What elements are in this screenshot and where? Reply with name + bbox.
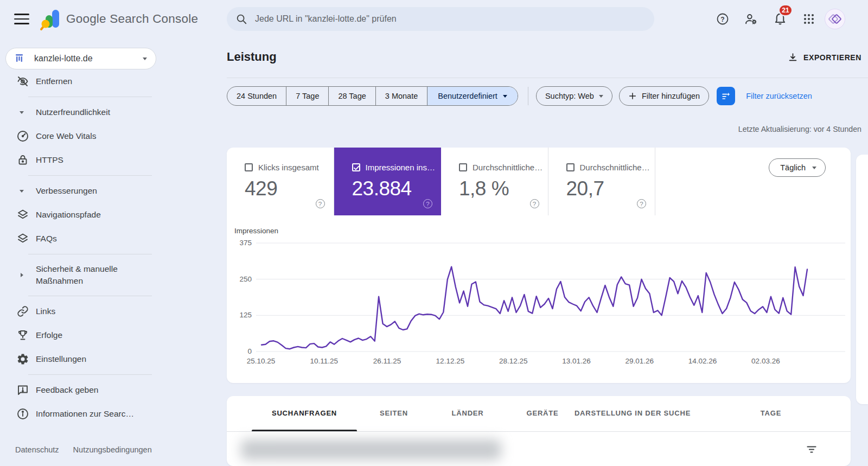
y-tick-label: 0 bbox=[227, 347, 252, 355]
topbar: Google Search Console ? 21 bbox=[0, 0, 868, 38]
sidebar-item-informationen-zur-searc[interactable]: Informationen zur Searc… bbox=[0, 402, 157, 426]
sidebar-nav: EntfernenNutzerfreundlichkeitCore Web Vi… bbox=[0, 69, 157, 426]
reset-filters-link[interactable]: Filter zurücksetzen bbox=[746, 92, 812, 100]
tab-geräte[interactable]: GERÄTE bbox=[527, 409, 559, 417]
y-tick-label: 375 bbox=[227, 239, 252, 247]
export-button[interactable]: EXPORTIEREN bbox=[788, 52, 861, 62]
property-selector[interactable]: kanzlei-lotte.de bbox=[5, 48, 156, 69]
date-chip-7-tage[interactable]: 7 Tage bbox=[286, 87, 328, 105]
search-icon bbox=[235, 13, 247, 25]
user-settings-icon[interactable] bbox=[744, 12, 757, 25]
x-tick-label: 12.12.25 bbox=[436, 357, 465, 365]
metric-card-clicks[interactable]: Klicks insgesamt429? bbox=[227, 148, 334, 215]
sidebar-item-label: Entfernen bbox=[36, 76, 72, 86]
checkbox-unchecked-icon[interactable] bbox=[566, 163, 575, 171]
sidebar-item-sicherheit-manuelle-maßnahmen[interactable]: Sicherheit & manuelleMaßnahmen bbox=[0, 258, 157, 292]
date-chip-benutzerdefiniert[interactable]: Benutzerdefiniert bbox=[427, 87, 518, 105]
chart-series-label: Impressionen bbox=[234, 227, 278, 235]
tabs-divider bbox=[227, 431, 851, 432]
search-type-chip[interactable]: Suchtyp: Web bbox=[536, 86, 612, 106]
privacy-link[interactable]: Datenschutz bbox=[15, 445, 59, 454]
sidebar-divider bbox=[28, 175, 152, 176]
sidebar-divider bbox=[28, 374, 152, 375]
main-content: Leistung EXPORTIEREN 24 Stunden7 Tage28 … bbox=[227, 38, 861, 466]
hamburger-menu-icon[interactable] bbox=[14, 14, 29, 24]
sidebar-item-navigationspfade[interactable]: Navigationspfade bbox=[0, 203, 157, 227]
tab-darstellung-in-der-suche[interactable]: DARSTELLUNG IN DER SUCHE bbox=[575, 409, 691, 417]
sidebar-item-label: Informationen zur Searc… bbox=[36, 409, 134, 419]
notification-count-badge: 21 bbox=[778, 4, 793, 16]
sidebar-item-label: Verbesserungen bbox=[36, 186, 97, 196]
filter-list-icon[interactable] bbox=[805, 443, 818, 456]
checkbox-unchecked-icon[interactable] bbox=[245, 163, 253, 171]
sidebar-item-verbesserungen[interactable]: Verbesserungen bbox=[0, 179, 157, 203]
sidebar-item-label: Einstellungen bbox=[36, 354, 86, 364]
chevron-right-icon bbox=[18, 273, 25, 277]
sidebar-item-nutzerfreundlichkeit[interactable]: Nutzerfreundlichkeit bbox=[0, 100, 157, 124]
filter-separator bbox=[528, 87, 528, 105]
sidebar-item-entfernen[interactable]: Entfernen bbox=[0, 69, 157, 93]
search-input[interactable] bbox=[255, 14, 646, 24]
svg-text:?: ? bbox=[720, 16, 724, 23]
sidebar-item-label: Erfolge bbox=[36, 330, 62, 340]
sidebar-item-einstellungen[interactable]: Einstellungen bbox=[0, 347, 157, 371]
metric-card-impressions[interactable]: Impressionen ins…23.884? bbox=[334, 148, 442, 215]
sidebar-item-label: Links bbox=[36, 307, 55, 316]
account-avatar[interactable] bbox=[825, 9, 845, 29]
help-icon[interactable]: ? bbox=[316, 199, 325, 208]
sidebar-item-label: FAQs bbox=[36, 234, 57, 244]
notifications-bell-icon[interactable]: 21 bbox=[773, 11, 795, 29]
date-chip-3-monate[interactable]: 3 Monate bbox=[375, 87, 427, 105]
date-chip-label: 3 Monate bbox=[385, 92, 418, 100]
date-chip-28-tage[interactable]: 28 Tage bbox=[328, 87, 375, 105]
sidebar-footer: Datenschutz Nutzungsbedingungen bbox=[15, 445, 152, 454]
tab-seiten[interactable]: SEITEN bbox=[380, 409, 408, 417]
add-filter-chip[interactable]: Filter hinzufügen bbox=[619, 86, 709, 106]
checkbox-checked-icon[interactable] bbox=[352, 163, 360, 171]
app-title: Google Search Console bbox=[66, 0, 198, 38]
sidebar-item-links[interactable]: Links bbox=[0, 299, 157, 323]
chevron-down-icon bbox=[18, 190, 25, 193]
x-tick-label: 02.03.26 bbox=[751, 357, 780, 365]
sidebar-divider bbox=[28, 97, 152, 97]
gear-icon bbox=[16, 353, 29, 366]
x-tick-label: 10.11.25 bbox=[310, 357, 339, 365]
granularity-dropdown[interactable]: Täglich bbox=[769, 158, 826, 177]
help-icon[interactable]: ? bbox=[637, 199, 646, 208]
help-icon[interactable]: ? bbox=[716, 12, 729, 25]
checkbox-unchecked-icon[interactable] bbox=[459, 163, 467, 171]
tab-tage[interactable]: TAGE bbox=[761, 409, 781, 417]
url-inspection-searchbar[interactable] bbox=[227, 7, 654, 31]
metric-card-position[interactable]: Durchschnittliche…20,7? bbox=[548, 148, 656, 215]
plus-icon bbox=[628, 92, 637, 100]
sidebar-item-label: Core Web Vitals bbox=[36, 131, 96, 141]
sidebar-item-faqs[interactable]: FAQs bbox=[0, 227, 157, 251]
date-chip-24-stunden[interactable]: 24 Stunden bbox=[227, 87, 286, 105]
sidebar-item-https[interactable]: HTTPS bbox=[0, 148, 157, 172]
terms-link[interactable]: Nutzungsbedingungen bbox=[73, 445, 152, 454]
metric-label: Durchschnittliche… bbox=[580, 163, 650, 172]
chevron-down-icon bbox=[18, 111, 25, 114]
x-tick-label: 13.01.26 bbox=[562, 357, 591, 365]
sidebar-item-feedback-geben[interactable]: Feedback geben bbox=[0, 378, 157, 402]
sidebar-item-core-web-vitals[interactable]: Core Web Vitals bbox=[0, 124, 157, 148]
tab-länder[interactable]: LÄNDER bbox=[452, 409, 484, 417]
sidebar-item-label: Sicherheit & manuelleMaßnahmen bbox=[36, 263, 118, 287]
apps-grid-icon[interactable] bbox=[802, 12, 815, 25]
metric-value: 23.884 bbox=[352, 177, 442, 200]
date-chip-label: Benutzerdefiniert bbox=[438, 92, 497, 100]
eye-off-icon bbox=[16, 75, 29, 88]
help-icon[interactable]: ? bbox=[423, 199, 432, 208]
sidebar-item-erfolge[interactable]: Erfolge bbox=[0, 323, 157, 347]
x-tick-label: 14.02.26 bbox=[688, 357, 717, 365]
impressions-line-chart[interactable] bbox=[256, 234, 845, 357]
date-chip-label: 7 Tage bbox=[296, 92, 319, 100]
metric-checkbox-row: Impressionen ins… bbox=[352, 163, 442, 172]
tab-suchanfragen[interactable]: SUCHANFRAGEN bbox=[272, 409, 337, 417]
filter-tune-button[interactable] bbox=[717, 87, 735, 105]
help-icon[interactable]: ? bbox=[530, 199, 539, 208]
metric-card-ctr[interactable]: Durchschnittliche…1,8 %? bbox=[441, 148, 548, 215]
sidebar-divider bbox=[28, 296, 152, 296]
sidebar-item-label: Nutzerfreundlichkeit bbox=[36, 107, 110, 117]
y-tick-label: 125 bbox=[227, 311, 252, 319]
